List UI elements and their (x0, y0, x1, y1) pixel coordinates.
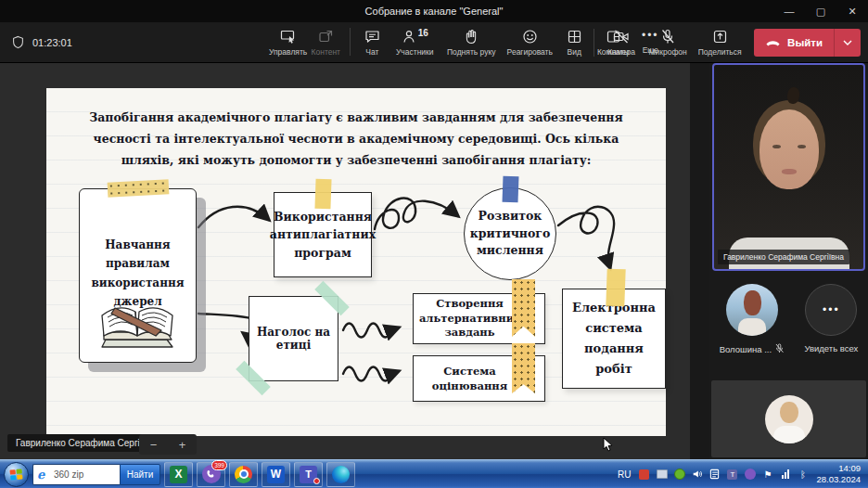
language-indicator[interactable]: RU (618, 469, 631, 480)
participants-count: 16 (418, 28, 428, 38)
tray-red-app-icon[interactable] (638, 469, 650, 481)
node-critical-thinking: Розвиток критичного мислення (464, 187, 556, 280)
popout-content-icon (318, 29, 334, 45)
leave-options-chevron[interactable] (835, 40, 861, 45)
taskbar-chrome-icon[interactable] (229, 462, 258, 487)
participant-avatar (726, 284, 778, 336)
speaker-face (760, 109, 819, 189)
stage-right-gutter (690, 63, 709, 459)
close-icon[interactable]: ✕ (836, 0, 868, 22)
zoom-in-button[interactable]: + (179, 438, 186, 452)
chat-button[interactable]: Чат (356, 24, 388, 57)
speaker-name-label: Гавриленко Серафима Сергіївна (718, 250, 849, 264)
node-antiplagiarism-programs: Використання антиплагіатних програм (274, 192, 372, 277)
taskbar-teams-icon[interactable]: T (294, 462, 323, 487)
camera-off-icon (613, 29, 630, 45)
tray-viber-icon[interactable] (744, 469, 756, 481)
windows-taskbar: e Найти X 399 W T RU T ⚑ (0, 459, 868, 488)
teams-notification-dot (313, 478, 320, 484)
shared-slide: Запобігання академічного плагіату є важл… (46, 88, 666, 436)
search-input[interactable] (32, 464, 120, 485)
participant-tile[interactable]: Волошина ... (720, 284, 785, 355)
raise-hand-icon (464, 29, 479, 45)
washi-tape-dotted-yellow (107, 179, 169, 197)
leave-button[interactable]: Выйти (754, 29, 861, 57)
mouse-cursor (603, 437, 614, 453)
start-button[interactable] (4, 462, 29, 487)
tray-date: 28.03.2024 (816, 474, 861, 485)
node-training-source-rules: Навчання правилам використання джерел (79, 188, 197, 363)
tray-clipboard-icon[interactable] (708, 469, 721, 481)
speaker-video-tile[interactable]: Гавриленко Серафима Сергіївна (712, 63, 865, 271)
see-all-label: Увидеть всех (804, 343, 858, 353)
meeting-toolbar: 01:23:01 Управлять Контент Чат (0, 22, 868, 63)
node-alternative-tasks: Створення альтернативних завдань (413, 293, 545, 344)
see-all-ellipsis-icon: ••• (805, 284, 857, 336)
react-button[interactable]: Реагировать (501, 24, 558, 57)
shield-icon (11, 35, 25, 51)
bluetooth-icon[interactable]: ᛒ (797, 469, 809, 481)
share-screen-icon (712, 29, 728, 45)
smiley-icon (522, 29, 538, 45)
participant-name-label: Волошина ... (720, 344, 772, 354)
manage-button[interactable]: Управлять (269, 24, 307, 57)
share-button[interactable]: Поделиться (693, 24, 747, 57)
tray-flag-icon[interactable]: ⚑ (761, 469, 773, 481)
taskbar-viber-icon[interactable]: 399 (197, 462, 225, 487)
tray-system-window-icon[interactable] (656, 469, 668, 481)
node-ethics-emphasis: Наголос на етиці (249, 296, 338, 381)
network-signal-icon[interactable] (779, 469, 791, 481)
node-grading-system: Система оцінювання (413, 355, 545, 402)
camera-button[interactable]: Камера (600, 24, 643, 57)
minimize-icon[interactable]: — (773, 0, 805, 22)
participant-tile-secondary[interactable] (711, 380, 866, 457)
maximize-icon[interactable]: ▢ (805, 0, 836, 22)
mic-off-icon (660, 29, 675, 45)
washi-tape-yellow (314, 179, 331, 210)
participants-button[interactable]: 16 Участники (388, 24, 441, 57)
microphone-button[interactable]: Микрофон (643, 24, 693, 57)
grid-view-icon (567, 29, 582, 45)
system-tray: RU T ⚑ ᛒ 14:09 28.03.2024 (618, 463, 864, 486)
participants-icon (402, 29, 416, 45)
manage-screen-icon (280, 29, 297, 45)
stage-zoom-control: − + (139, 434, 197, 455)
volume-icon[interactable] (691, 469, 703, 481)
taskbar-word-icon[interactable]: W (262, 462, 290, 487)
tray-clock[interactable]: 14:09 28.03.2024 (816, 463, 861, 486)
tray-time: 14:09 (816, 463, 861, 474)
mic-muted-icon (774, 343, 785, 355)
teams-meeting-window: Собрание в канале "General" — ▢ ✕ 01:23:… (0, 0, 868, 488)
windows-flag-icon (9, 469, 22, 480)
hang-up-icon (765, 37, 781, 48)
view-button[interactable]: Вид (558, 24, 590, 57)
taskbar-excel-icon[interactable]: X (164, 462, 193, 487)
tray-update-icon[interactable] (673, 469, 685, 481)
zoom-out-button[interactable]: − (150, 438, 158, 452)
search-find-button[interactable]: Найти (120, 464, 160, 485)
toolbar-divider (594, 29, 594, 57)
chat-icon (364, 29, 380, 45)
window-titlebar: Собрание в канале "General" — ▢ ✕ (0, 0, 868, 22)
tray-teams-icon[interactable]: T (726, 469, 738, 481)
participants-sidebar: Гавриленко Серафима Сергіївна Волошина .… (709, 63, 868, 459)
meeting-timer: 01:23:01 (32, 37, 72, 48)
washi-tape-blue (503, 176, 519, 203)
share-stage: Запобігання академічного плагіату є важл… (0, 63, 709, 459)
taskbar-search: e Найти (32, 464, 160, 485)
viber-badge: 399 (211, 460, 227, 470)
window-title: Собрание в канале "General" (365, 6, 504, 17)
node-electronic-submission: Електронна система подання робіт (562, 289, 666, 389)
content-button[interactable]: Контент (307, 24, 344, 57)
taskbar-edge-icon[interactable] (326, 462, 355, 487)
open-book-illustration (93, 299, 182, 356)
raise-hand-button[interactable]: Поднять руку (441, 24, 501, 57)
ie-icon: e (37, 468, 45, 482)
participant-avatar (765, 395, 813, 443)
washi-tape-yellow (606, 269, 625, 307)
toolbar-divider (350, 28, 351, 56)
see-all-tile[interactable]: ••• Увидеть всех (804, 284, 858, 355)
